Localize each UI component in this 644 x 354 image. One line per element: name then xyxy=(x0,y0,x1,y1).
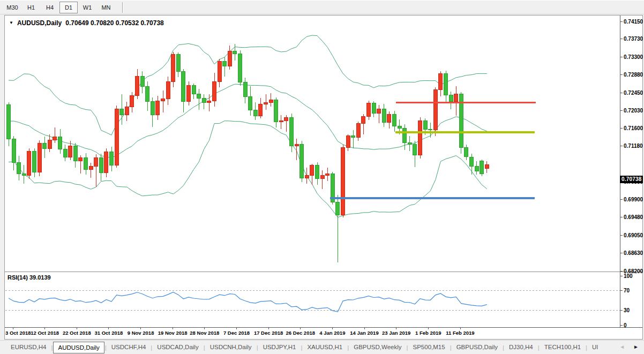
candle-body xyxy=(439,74,443,90)
tab-gbpusd-weekly[interactable]: GBPUSD,Weekly xyxy=(349,342,406,353)
timeframe-button-h4[interactable]: H4 xyxy=(41,2,59,13)
candle-body xyxy=(274,100,278,122)
date-tick-label: 22 Oct 2018 xyxy=(63,330,91,336)
tab-scroll-left-button[interactable]: ◄ xyxy=(619,343,625,351)
price-tick-label: 0.69050 xyxy=(624,232,643,238)
candle-body xyxy=(433,90,437,130)
timeframe-button-mn[interactable]: MN xyxy=(97,2,115,13)
candle-body xyxy=(69,146,72,157)
candle-body xyxy=(48,140,51,149)
price-tick-label: 0.71600 xyxy=(624,125,643,131)
candle-body xyxy=(243,82,247,97)
tab-usdjpy-h1[interactable]: USDJPY,H1 xyxy=(259,342,301,353)
candle-body xyxy=(362,117,365,124)
candle-body xyxy=(228,51,231,66)
timeframe-toolbar: M30H1H4D1W1MN xyxy=(0,0,644,14)
current-price-badge: 0.70738 xyxy=(620,176,643,183)
candle-body xyxy=(290,117,294,146)
date-tick-label: 26 Dec 2018 xyxy=(286,330,315,336)
candle-body xyxy=(151,102,154,115)
candle-body xyxy=(326,174,330,175)
candle-body xyxy=(238,54,242,82)
tab-ul[interactable]: Ul xyxy=(588,342,602,353)
chart-canvas[interactable]: 0.741500.737300.733000.728800.724500.720… xyxy=(4,15,643,340)
symbol-label: AUDUSD,Daily xyxy=(17,19,62,27)
tab-tech100-h1[interactable]: TECH100,H1 xyxy=(540,342,585,353)
candle-body xyxy=(99,158,103,173)
candle-body xyxy=(140,77,144,87)
price-tick-label: 0.74150 xyxy=(624,19,643,25)
candle-body xyxy=(253,110,257,116)
tab-sp500-m15[interactable]: SP500,M15 xyxy=(409,342,450,353)
date-tick-label: 11 Feb 2019 xyxy=(446,330,474,336)
timeframe-button-h1[interactable]: H1 xyxy=(22,2,40,13)
collapse-arrow-icon[interactable]: ▼ xyxy=(9,20,13,26)
date-tick-label: 23 Jan 2019 xyxy=(382,330,410,336)
tab-dj30-h4[interactable]: DJ30,H4 xyxy=(505,342,537,353)
candle-body xyxy=(197,94,201,99)
tab-eurusd-h4[interactable]: EURUSD,H4 xyxy=(6,342,50,353)
rsi-tick-label: 100 xyxy=(624,273,633,279)
candle-body xyxy=(449,95,453,102)
candle-body xyxy=(136,77,139,96)
candle-body xyxy=(269,100,273,103)
timeframe-button-m30[interactable]: M30 xyxy=(3,2,21,13)
candle-body xyxy=(316,165,319,179)
candle-body xyxy=(79,158,83,161)
candle-body xyxy=(223,61,227,66)
candle-body xyxy=(22,174,26,175)
candle-body xyxy=(94,158,98,167)
ohlc-values: 0.70649 0.70820 0.70532 0.70738 xyxy=(65,19,164,27)
candle-body xyxy=(341,148,345,215)
price-tick-label: 0.73300 xyxy=(624,54,643,60)
price-tick-label: 0.72450 xyxy=(624,90,643,96)
candle-body xyxy=(403,129,407,143)
candle-body xyxy=(176,55,180,71)
candle-body xyxy=(115,109,118,165)
candle-body xyxy=(444,74,448,95)
candle-body xyxy=(53,137,57,140)
rsi-tick-label: 0 xyxy=(624,322,627,328)
candle-body xyxy=(89,166,93,169)
candle-body xyxy=(38,144,41,172)
candle-body xyxy=(166,81,170,99)
date-tick-label: 28 Nov 2018 xyxy=(190,330,219,336)
rsi-tick-label: 30 xyxy=(624,307,630,313)
rsi-line[interactable] xyxy=(9,292,487,312)
tab-gbpusd-daily[interactable]: GBPUSD,Daily xyxy=(452,342,502,353)
price-tick-label: 0.71180 xyxy=(624,143,643,149)
date-tick-label: 14 Jan 2019 xyxy=(350,330,378,336)
candle-body xyxy=(398,126,401,129)
candle-body xyxy=(300,145,304,178)
tab-scroll-right-button[interactable]: ► xyxy=(633,343,639,351)
tab-usdcad-daily[interactable]: USDCAD,Daily xyxy=(153,342,203,353)
date-tick-label: 1 Feb 2019 xyxy=(415,330,441,336)
candle-body xyxy=(454,94,458,102)
toolbar-separator xyxy=(122,2,123,13)
candle-body xyxy=(161,99,165,101)
candle-body xyxy=(33,152,36,172)
price-tick-label: 0.72880 xyxy=(624,72,643,78)
timeframe-button-d1[interactable]: D1 xyxy=(59,2,78,13)
price-tick-label: 0.69900 xyxy=(624,197,643,202)
tab-xauusd-h1[interactable]: XAUUSD,H1 xyxy=(303,342,347,353)
tab-usdcnh-daily[interactable]: USDCNH,Daily xyxy=(206,342,256,353)
candle-body xyxy=(259,104,263,116)
chart-tabs-bar: EURUSD,H4|AUDUSD,Daily|USDCHF,H4|USDCAD,… xyxy=(0,340,644,354)
candle-body xyxy=(387,114,391,123)
candle-body xyxy=(485,164,489,168)
chart-window: 0.741500.737300.733000.728800.724500.720… xyxy=(4,15,643,340)
chart-title: ▼ AUDUSD,Daily 0.70649 0.70820 0.70532 0… xyxy=(9,19,164,27)
date-tick-label: 19 Nov 2018 xyxy=(158,330,188,336)
candle-body xyxy=(43,144,47,148)
tab-audusd-daily[interactable]: AUDUSD,Daily xyxy=(53,342,104,353)
candle-body xyxy=(320,175,324,178)
candle-body xyxy=(182,71,185,101)
candle-body xyxy=(146,86,149,101)
candle-body xyxy=(295,145,298,146)
candle-body xyxy=(192,86,196,94)
tab-usdchf-h4[interactable]: USDCHF,H4 xyxy=(107,342,151,353)
timeframe-button-w1[interactable]: W1 xyxy=(78,2,96,13)
candle-body xyxy=(475,166,478,171)
price-tick-label: 0.69480 xyxy=(624,214,643,220)
